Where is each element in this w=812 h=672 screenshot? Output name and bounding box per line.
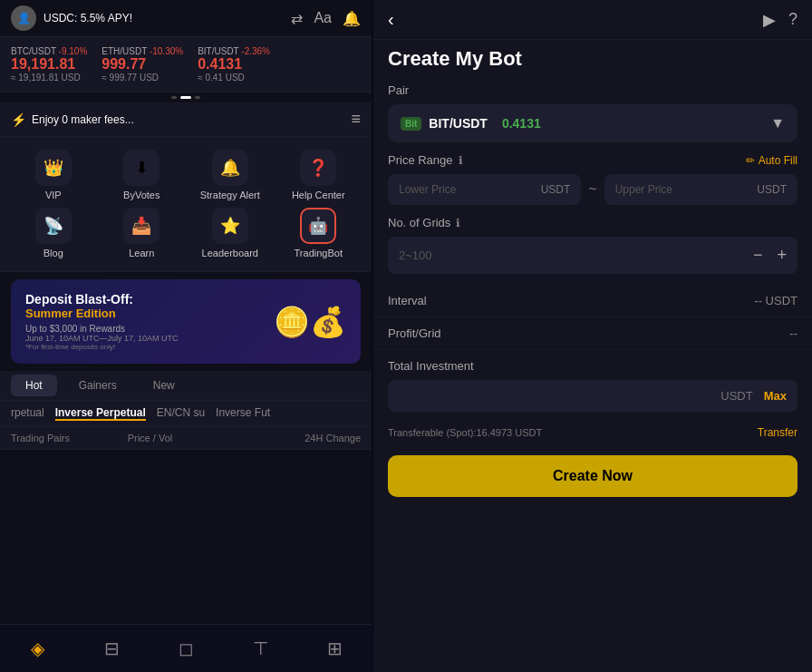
btc-ticker[interactable]: BTC/USDT -9.10% 19,191.81 ≈ 19,191.81 US…: [11, 46, 87, 83]
table-headers: Trading Pairs Price / Vol 24H Change: [0, 427, 372, 450]
nav-home[interactable]: ◈: [21, 632, 53, 665]
tab-gainers[interactable]: Gainers: [64, 375, 131, 396]
bit-badge: Bit: [401, 117, 421, 131]
grids-range: 2~100: [399, 248, 432, 262]
auto-fill-button[interactable]: ✏ Auto Fill: [746, 154, 798, 167]
dot-1: [171, 96, 177, 99]
create-now-button[interactable]: Create Now: [388, 455, 798, 497]
pair-selector[interactable]: Bit BIT/USDT 0.4131 ▼: [388, 104, 798, 142]
trade-type-perpetual[interactable]: rpetual: [11, 406, 44, 421]
trade-type-inverse-fut[interactable]: Inverse Fut: [216, 406, 270, 421]
strategy-alert-item[interactable]: 🔔 Strategy Alert: [198, 150, 262, 200]
learn-item[interactable]: 📥 Learn: [110, 208, 173, 258]
help-center-icon: ❓: [300, 150, 336, 186]
menu-icon[interactable]: ≡: [351, 110, 361, 129]
banner[interactable]: Deposit Blast-Off: Summer Edition Up to …: [11, 279, 361, 364]
trade-type-inverse-perpetual[interactable]: Inverse Perpetual: [55, 406, 146, 421]
nav-assets[interactable]: ⊤: [244, 632, 276, 665]
help-center-item[interactable]: ❓ Help Center: [286, 150, 350, 200]
banner-fine: *For first-time deposits only!: [25, 343, 179, 351]
strategy-alert-label: Strategy Alert: [200, 190, 260, 200]
icon-grid: 👑 VIP ⬇ ByVotes 🔔 Strategy Alert ❓ Help …: [0, 137, 372, 272]
blog-label: Blog: [44, 248, 63, 258]
btc-usd: ≈ 19,191.81 USD: [11, 73, 87, 83]
tradingbot-icon: 🤖: [300, 208, 336, 244]
tab-hot[interactable]: Hot: [11, 375, 57, 396]
btc-pair: BTC/USDT -9.10%: [11, 46, 87, 56]
blog-icon: 📡: [35, 208, 72, 244]
pair-price: 0.4131: [502, 116, 541, 131]
bell-icon[interactable]: 🔔: [343, 10, 361, 27]
banner-date: June 17, 10AM UTC—July 17, 10AM UTC: [25, 334, 179, 343]
eth-usd: ≈ 999.77 USD: [102, 73, 183, 83]
investment-currency: USDT: [720, 389, 752, 403]
max-button[interactable]: Max: [764, 389, 787, 403]
trade-type-en-cn[interactable]: EN/CN su: [157, 406, 205, 421]
auto-fill-label: Auto Fill: [759, 154, 798, 167]
trade-type-row: rpetual Inverse Perpetual EN/CN su Inver…: [0, 401, 372, 427]
page-title: Create My Bot: [373, 40, 812, 83]
icon-row-1: 👑 VIP ⬇ ByVotes 🔔 Strategy Alert ❓ Help …: [0, 146, 372, 204]
price-range-section: Price Range ℹ ✏ Auto Fill Lower Price US…: [373, 153, 812, 216]
bit-ticker[interactable]: BIT/USDT -2.36% 0.4131 ≈ 0.41 USD: [198, 46, 270, 83]
leaderboard-item[interactable]: ⭐ Leaderboard: [198, 208, 262, 258]
header-icons: ⇄ Aa 🔔: [291, 10, 361, 27]
avatar: 👤: [11, 5, 36, 31]
upper-price-input[interactable]: Upper Price USDT: [604, 174, 798, 205]
grids-decrement-button[interactable]: −: [753, 246, 763, 265]
upper-price-placeholder: Upper Price: [615, 183, 672, 196]
byvotes-item[interactable]: ⬇ ByVotes: [110, 150, 173, 200]
tilde-separator: ~: [588, 181, 596, 198]
th-24h-change: 24H Change: [244, 433, 361, 443]
learn-icon: 📥: [123, 208, 160, 244]
investment-input[interactable]: USDT Max: [388, 380, 798, 412]
learn-label: Learn: [129, 248, 154, 258]
lower-price-input[interactable]: Lower Price USDT: [388, 174, 581, 205]
header-left: 👤 USDC: 5.5% APY!: [11, 5, 132, 31]
nav-markets[interactable]: ⊟: [95, 632, 128, 665]
btc-price: 19,191.81: [11, 56, 87, 73]
tradingbot-label: TradingBot: [295, 248, 343, 258]
lower-price-currency: USDT: [541, 183, 571, 196]
transfer-icon[interactable]: ⇄: [291, 10, 303, 27]
price-ticker: BTC/USDT -9.10% 19,191.81 ≈ 19,191.81 US…: [0, 37, 372, 93]
grids-increment-button[interactable]: +: [777, 246, 787, 265]
transfer-button[interactable]: Transfer: [758, 426, 798, 439]
pair-left: Bit BIT/USDT 0.4131: [401, 116, 541, 131]
byvotes-label: ByVotes: [123, 190, 160, 200]
back-button[interactable]: ‹: [388, 9, 394, 30]
eth-pair: ETH/USDT -10.30%: [102, 46, 183, 56]
chevron-down-icon: ▼: [770, 115, 785, 131]
tradingbot-item[interactable]: 🤖 TradingBot: [286, 208, 350, 258]
upper-price-currency: USDT: [757, 183, 787, 196]
byvotes-icon: ⬇: [123, 150, 160, 186]
interval-label: Interval: [388, 294, 427, 307]
dots-indicator: [0, 93, 372, 102]
price-range-header: Price Range ℹ ✏ Auto Fill: [388, 153, 798, 167]
bottom-nav: ◈ ⊟ ◻ ⊤ ⊞: [0, 624, 372, 672]
promo-icon: ⚡: [11, 112, 26, 127]
usdc-label: USDC: 5.5% APY!: [44, 12, 132, 24]
help-icon[interactable]: ?: [788, 10, 798, 30]
nav-trade[interactable]: ◻: [169, 632, 202, 665]
tab-new[interactable]: New: [139, 375, 189, 396]
blog-item[interactable]: 📡 Blog: [22, 208, 85, 258]
grids-section: No. of Grids ℹ 2~100 − +: [373, 216, 812, 285]
vip-item[interactable]: 👑 VIP: [22, 150, 85, 200]
bit-pair: BIT/USDT -2.36%: [198, 46, 270, 56]
nav-more[interactable]: ⊞: [318, 632, 351, 665]
right-panel: ‹ ▶ ? Create My Bot Pair Bit BIT/USDT 0.…: [373, 0, 812, 672]
vip-label: VIP: [45, 190, 62, 200]
grids-label: No. of Grids: [388, 216, 450, 229]
price-range-label: Price Range: [388, 153, 453, 167]
play-icon[interactable]: ▶: [763, 10, 776, 30]
price-range-label-group: Price Range ℹ: [388, 153, 463, 167]
pair-label: Pair: [388, 83, 798, 97]
right-header: ‹ ▶ ?: [373, 0, 812, 40]
dot-3: [195, 96, 200, 99]
interval-value: -- USDT: [754, 294, 798, 307]
aa-icon[interactable]: Aa: [314, 10, 332, 26]
th-price-vol: Price / Vol: [128, 433, 245, 443]
eth-ticker[interactable]: ETH/USDT -10.30% 999.77 ≈ 999.77 USD: [102, 46, 183, 83]
pair-name: BIT/USDT: [429, 116, 488, 131]
